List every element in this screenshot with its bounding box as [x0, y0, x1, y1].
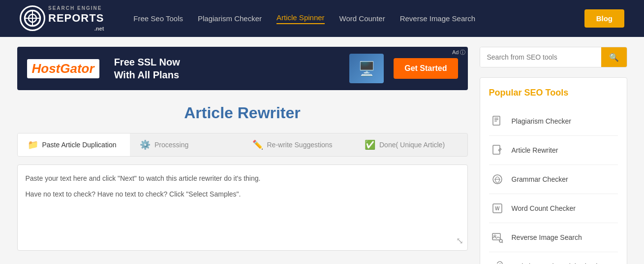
- step-processing-label: Processing: [154, 141, 188, 149]
- tool-plagiarism-label: Plagiarism Checker: [512, 117, 571, 125]
- ad-icon: 🖥️: [349, 54, 384, 83]
- step-paste[interactable]: 📁 Paste Article Duplication: [18, 133, 130, 156]
- tool-plagiarism-checker[interactable]: Plagiarism Checker: [489, 107, 618, 136]
- tool-reverse-image-search[interactable]: Reverse Image Search: [489, 223, 618, 252]
- main-section: HostGator Free SSL Now With All Plans 🖥️…: [17, 47, 468, 264]
- svg-rect-5: [494, 118, 498, 119]
- svg-rect-7: [494, 121, 497, 122]
- nav-reverse-image-search[interactable]: Reverse Image Search: [400, 14, 475, 23]
- logo-icon: [20, 5, 45, 31]
- svg-point-15: [499, 239, 502, 242]
- plagiarism-icon: [489, 113, 506, 130]
- step-done-label: Done( Unique Article): [379, 141, 445, 149]
- folder-icon: 📁: [28, 139, 38, 150]
- article-rewriter-icon: [489, 142, 506, 159]
- word-count-icon: W: [489, 200, 506, 217]
- pencil-icon: ✏️: [252, 139, 263, 150]
- tool-word-count-checker[interactable]: W Word Count Checker: [489, 194, 618, 223]
- popular-title-accent: SEO Tools: [524, 88, 569, 98]
- popular-title-normal: Popular: [489, 88, 524, 98]
- ad-line2: With All Plans: [114, 68, 180, 81]
- article-input-area[interactable]: Paste your text here and click "Next" to…: [17, 165, 468, 251]
- check-icon: ✅: [365, 139, 375, 150]
- grammar-icon: [489, 171, 506, 188]
- step-paste-label: Paste Article Duplication: [42, 141, 117, 149]
- reverse-image-icon: [489, 229, 506, 246]
- nav-plagiarism-checker[interactable]: Plagiarism Checker: [198, 14, 262, 23]
- site-header: SEARCH ENGINE REPORTS .net Free Seo Tool…: [0, 0, 644, 37]
- svg-point-1: [29, 14, 36, 22]
- ad-banner: HostGator Free SSL Now With All Plans 🖥️…: [17, 47, 468, 90]
- resize-icon: ⤡: [456, 235, 463, 246]
- svg-rect-13: [492, 233, 500, 240]
- ad-text: Free SSL Now With All Plans: [114, 56, 180, 81]
- ad-corner-label: Ad ⓘ: [452, 49, 466, 56]
- search-box: 🔍: [480, 47, 627, 67]
- svg-line-16: [502, 242, 503, 243]
- content-wrapper: HostGator Free SSL Now With All Plans 🖥️…: [7, 37, 637, 264]
- search-button[interactable]: 🔍: [601, 47, 627, 67]
- nav-free-seo-tools[interactable]: Free Seo Tools: [133, 14, 183, 23]
- tool-grammar-checker[interactable]: Grammar Checker: [489, 165, 618, 194]
- search-input[interactable]: [480, 47, 601, 67]
- svg-text:W: W: [495, 206, 500, 211]
- gear-icon: ⚙️: [140, 139, 151, 150]
- svg-rect-6: [494, 119, 498, 120]
- page-title: Article Rewriter: [17, 104, 468, 122]
- textarea-hint-2: Have no text to check? Have no text to c…: [26, 189, 460, 199]
- tool-reverse-image-label: Reverse Image Search: [512, 233, 582, 241]
- step-rewrite-label: Re-write Suggestions: [267, 141, 333, 149]
- tool-article-rewriter[interactable]: Article Rewriter: [489, 136, 618, 165]
- nav-word-counter[interactable]: Word Counter: [339, 14, 385, 23]
- tool-broken-link-checker[interactable]: Websites Broken Link Checker: [489, 252, 618, 264]
- sidebar: 🔍 Popular SEO Tools Plagiarism Checker: [480, 47, 627, 264]
- tool-article-rewriter-label: Article Rewriter: [512, 146, 558, 154]
- steps-bar: 📁 Paste Article Duplication ⚙️ Processin…: [17, 133, 468, 157]
- step-done[interactable]: ✅ Done( Unique Article): [355, 133, 467, 156]
- site-logo[interactable]: SEARCH ENGINE REPORTS .net: [20, 5, 104, 33]
- nav-article-spinner[interactable]: Article Spinner: [276, 13, 325, 24]
- popular-tools-panel: Popular SEO Tools Plagiarism Checker: [480, 77, 627, 264]
- popular-tools-title: Popular SEO Tools: [489, 88, 618, 98]
- logo-net: .net: [48, 25, 104, 32]
- step-rewrite[interactable]: ✏️ Re-write Suggestions: [243, 133, 355, 156]
- tool-grammar-label: Grammar Checker: [512, 175, 568, 183]
- svg-point-0: [25, 10, 40, 26]
- ad-cta-button[interactable]: Get Started: [394, 58, 458, 79]
- main-nav: Free Seo Tools Plagiarism Checker Articl…: [133, 13, 584, 24]
- broken-link-icon: [489, 258, 506, 264]
- step-processing[interactable]: ⚙️ Processing: [130, 133, 243, 156]
- logo-line2: REPORTS: [48, 11, 104, 26]
- ad-brand: HostGator: [27, 59, 99, 78]
- textarea-hint-1: Paste your text here and click "Next" to…: [26, 173, 460, 184]
- blog-button[interactable]: Blog: [584, 9, 624, 28]
- ad-line1: Free SSL Now: [114, 56, 180, 68]
- logo-line1: SEARCH ENGINE: [48, 5, 104, 11]
- tool-word-count-label: Word Count Checker: [512, 204, 576, 212]
